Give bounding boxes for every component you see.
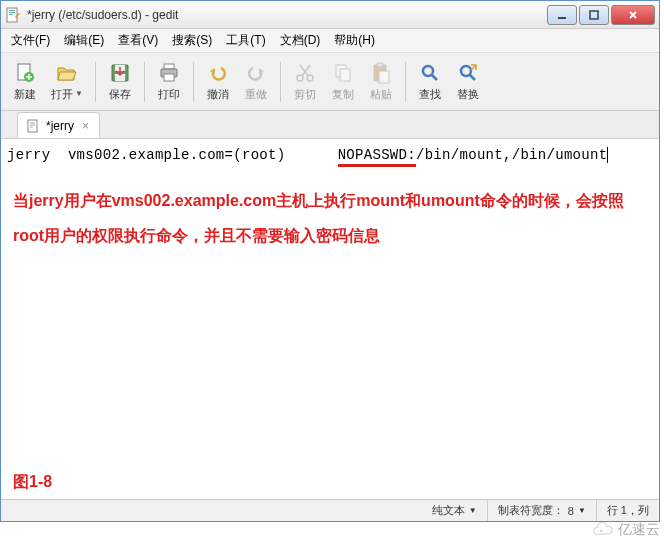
- menu-search[interactable]: 搜索(S): [166, 30, 218, 51]
- cut-icon: [293, 61, 317, 85]
- close-button[interactable]: [611, 5, 655, 25]
- svg-point-21: [423, 66, 433, 76]
- svg-rect-2: [9, 12, 15, 13]
- maximize-icon: [589, 10, 599, 20]
- document-tab[interactable]: *jerry ×: [17, 112, 100, 138]
- undo-icon: [206, 61, 230, 85]
- syntax-mode-selector[interactable]: 纯文本 ▼: [422, 500, 488, 521]
- minimize-icon: [557, 10, 567, 20]
- redo-icon: [244, 61, 268, 85]
- find-button[interactable]: 查找: [412, 59, 448, 104]
- minimize-button[interactable]: [547, 5, 577, 25]
- paste-icon: [369, 61, 393, 85]
- window-controls: [547, 5, 655, 25]
- cut-button: 剪切: [287, 59, 323, 104]
- tool-label: 粘贴: [370, 87, 392, 102]
- svg-point-24: [600, 530, 603, 533]
- text-cursor: [607, 147, 608, 163]
- replace-icon: [456, 61, 480, 85]
- tabwidth-label: 制表符宽度：: [498, 503, 564, 518]
- syntax-mode-label: 纯文本: [432, 503, 465, 518]
- chevron-down-icon: ▼: [469, 506, 477, 515]
- editor-content: jerry vms002.example.com=(root) NOPASSWD…: [7, 147, 608, 163]
- tool-label: 复制: [332, 87, 354, 102]
- replace-button[interactable]: 替换: [450, 59, 486, 104]
- app-icon: [5, 7, 21, 23]
- svg-rect-17: [340, 69, 350, 81]
- svg-rect-23: [28, 120, 37, 132]
- toolbar-separator: [95, 62, 96, 102]
- copy-button: 复制: [325, 59, 361, 104]
- open-folder-icon: [55, 61, 79, 85]
- tab-bar: *jerry ×: [1, 111, 659, 139]
- chevron-down-icon: ▼: [578, 506, 586, 515]
- menubar: 文件(F) 编辑(E) 查看(V) 搜索(S) 工具(T) 文档(D) 帮助(H…: [1, 29, 659, 53]
- tool-label: 打印: [158, 87, 180, 102]
- toolbar-separator: [280, 62, 281, 102]
- open-button[interactable]: 打开▼: [45, 59, 89, 104]
- maximize-button[interactable]: [579, 5, 609, 25]
- save-icon: [108, 61, 132, 85]
- menu-help[interactable]: 帮助(H): [328, 30, 381, 51]
- dropdown-arrow-icon[interactable]: ▼: [75, 89, 83, 98]
- undo-button[interactable]: 撤消: [200, 59, 236, 104]
- figure-label: 图1-8: [13, 472, 52, 493]
- svg-rect-3: [9, 14, 13, 15]
- svg-rect-11: [164, 64, 174, 69]
- toolbar-separator: [193, 62, 194, 102]
- menu-tools[interactable]: 工具(T): [220, 30, 271, 51]
- document-icon: [26, 119, 40, 133]
- cursor-position: 行 1，列: [597, 500, 659, 521]
- editor-area[interactable]: jerry vms002.example.com=(root) NOPASSWD…: [1, 139, 659, 499]
- toolbar-separator: [405, 62, 406, 102]
- window-title: *jerry (/etc/sudoers.d) - gedit: [27, 8, 547, 22]
- paste-button: 粘贴: [363, 59, 399, 104]
- svg-rect-1: [9, 10, 15, 11]
- tool-label: 新建: [14, 87, 36, 102]
- menu-file[interactable]: 文件(F): [5, 30, 56, 51]
- annotation-text: 当jerry用户在vms002.example.com主机上执行mount和um…: [13, 183, 647, 253]
- tabwidth-value: 8: [568, 505, 574, 517]
- copy-icon: [331, 61, 355, 85]
- close-icon: [628, 10, 638, 20]
- svg-rect-5: [590, 11, 598, 19]
- watermark-text: 亿速云: [618, 521, 660, 539]
- menu-view[interactable]: 查看(V): [112, 30, 164, 51]
- print-button[interactable]: 打印: [151, 59, 187, 104]
- find-icon: [418, 61, 442, 85]
- toolbar: 新建 打开▼ 保存 打印 撤消 重做 剪切: [1, 53, 659, 111]
- tool-label: 撤消: [207, 87, 229, 102]
- tab-close-button[interactable]: ×: [80, 119, 91, 133]
- tab-label: *jerry: [46, 119, 74, 133]
- tool-label: 剪切: [294, 87, 316, 102]
- save-button[interactable]: 保存: [102, 59, 138, 104]
- tool-label: 保存: [109, 87, 131, 102]
- redo-button: 重做: [238, 59, 274, 104]
- watermark: 亿速云: [592, 521, 660, 539]
- tool-label: 打开: [51, 87, 73, 102]
- tool-label: 替换: [457, 87, 479, 102]
- svg-rect-4: [558, 17, 566, 19]
- toolbar-separator: [144, 62, 145, 102]
- tab-width-selector[interactable]: 制表符宽度： 8 ▼: [488, 500, 597, 521]
- menu-documents[interactable]: 文档(D): [274, 30, 327, 51]
- print-icon: [157, 61, 181, 85]
- menu-edit[interactable]: 编辑(E): [58, 30, 110, 51]
- svg-rect-13: [164, 74, 174, 81]
- tool-label: 查找: [419, 87, 441, 102]
- svg-rect-19: [377, 63, 383, 67]
- svg-rect-20: [379, 71, 389, 83]
- statusbar: 纯文本 ▼ 制表符宽度： 8 ▼ 行 1，列: [1, 499, 659, 521]
- svg-point-22: [461, 66, 471, 76]
- new-button[interactable]: 新建: [7, 59, 43, 104]
- window-titlebar: *jerry (/etc/sudoers.d) - gedit: [1, 1, 659, 29]
- tool-label: 重做: [245, 87, 267, 102]
- cloud-icon: [592, 521, 614, 539]
- new-file-icon: [13, 61, 37, 85]
